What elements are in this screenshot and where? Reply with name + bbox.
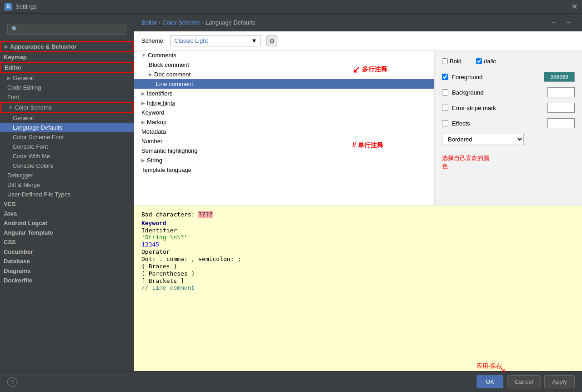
tree-item-identifiers[interactable]: ▶ Identifiers: [134, 89, 434, 98]
italic-label: Italic: [484, 58, 496, 65]
help-button[interactable]: ?: [7, 377, 17, 387]
bold-label: Bold: [450, 58, 462, 65]
tree-item-string[interactable]: ▶ String: [134, 156, 434, 165]
background-color-box[interactable]: [547, 87, 575, 97]
sidebar-item-general[interactable]: ▶ General: [0, 73, 134, 83]
tree-item-inline-hints[interactable]: ▶ Inline hints: [134, 98, 434, 108]
tree-item-label: Semantic highlighting: [141, 147, 198, 154]
sidebar-item-cucumber[interactable]: Cucumber: [0, 247, 134, 256]
sidebar-item-appearance[interactable]: ▶ Appearance & Behavior: [0, 41, 134, 52]
expand-arrow: ▶: [141, 120, 145, 125]
preview-string: 'String \n\?': [141, 234, 575, 241]
sidebar-item-android-logcat[interactable]: Android Logcat: [0, 218, 134, 228]
effects-dropdown[interactable]: Bordered: [442, 134, 524, 145]
breadcrumb-color-scheme[interactable]: Color Scheme: [162, 19, 200, 26]
sidebar-item-user-defined[interactable]: User-Defined File Types: [0, 190, 134, 199]
sidebar-item-editor[interactable]: Editor: [0, 62, 134, 73]
tree-item-markup[interactable]: ▶ Markup: [134, 117, 434, 127]
sidebar-item-code-with-me[interactable]: Code With Me: [0, 151, 134, 161]
apply-button[interactable]: Apply: [544, 375, 575, 388]
sidebar-item-vcs[interactable]: VCS: [0, 199, 134, 209]
breadcrumb-sep2: ›: [202, 19, 204, 26]
operator-text: Operator: [141, 248, 170, 255]
sidebar-item-css[interactable]: CSS: [0, 237, 134, 247]
sidebar-item-diagrams[interactable]: Diagrams: [0, 266, 134, 276]
search-input[interactable]: [7, 24, 126, 35]
preview-bad-chars: Bad characters: ????: [141, 211, 575, 218]
error-stripe-color-box[interactable]: [547, 103, 575, 113]
tree-item-keyword[interactable]: Keyword: [134, 108, 434, 117]
action-buttons: OK Cancel Apply: [477, 375, 575, 388]
sidebar-item-dockerfile[interactable]: Dockerfile: [0, 276, 134, 285]
effects-checkbox[interactable]: [442, 120, 448, 126]
sidebar-item-color-scheme[interactable]: ▼ Color Scheme: [0, 102, 134, 113]
expand-arrow-appearance: ▶: [5, 44, 8, 49]
foreground-row: Foreground 308080: [442, 72, 575, 82]
preview-brackets: [ Brackets ]: [141, 277, 575, 285]
tree-item-metadata[interactable]: Metadata: [134, 127, 434, 136]
sidebar-item-label: General: [13, 75, 34, 81]
scheme-gear-button[interactable]: ⚙: [266, 35, 277, 46]
sidebar-item-label: Diagrams: [4, 267, 30, 274]
preview-dot: Dot: . comma: , semicolon: ;: [141, 256, 575, 263]
tree-item-template-language[interactable]: Template language: [134, 165, 434, 175]
foreground-color-box[interactable]: 308080: [544, 72, 575, 82]
nav-arrows: ← →: [547, 17, 575, 27]
sidebar-item-label: Console Font: [13, 143, 48, 150]
background-checkbox[interactable]: [442, 89, 448, 95]
expand-arrow: ▼: [141, 53, 146, 58]
sidebar-item-database[interactable]: Database: [0, 256, 134, 266]
sidebar-item-label: Dockerfile: [4, 277, 32, 284]
tree-item-semantic-highlighting[interactable]: Semantic highlighting: [134, 146, 434, 156]
settings-window: S Settings ✕ ▶ Appearance & Behavior Key…: [0, 0, 582, 392]
scheme-select[interactable]: Classic Light ▼: [170, 35, 261, 46]
tree-item-comments[interactable]: ▼ Comments: [134, 50, 434, 60]
effects-color-box[interactable]: [547, 118, 575, 128]
sidebar-item-language-defaults[interactable]: Language Defaults: [0, 123, 134, 132]
sidebar-item-label: Font: [7, 94, 19, 101]
italic-checkbox[interactable]: [476, 58, 482, 64]
sidebar-item-angular-template[interactable]: Angular Template: [0, 228, 134, 237]
tree-item-line-comment[interactable]: Line comment: [134, 79, 434, 89]
foreground-checkbox[interactable]: [442, 74, 448, 80]
sidebar-item-font[interactable]: Font: [0, 92, 134, 102]
error-stripe-checkbox[interactable]: [442, 105, 448, 111]
tree-item-label: Identifiers: [147, 90, 172, 97]
background-label: Background: [452, 89, 544, 96]
close-button[interactable]: ✕: [572, 2, 577, 11]
sidebar-item-code-editing[interactable]: Code Editing: [0, 83, 134, 92]
sidebar-item-debugger[interactable]: Debugger: [0, 171, 134, 180]
forward-button[interactable]: →: [562, 17, 575, 27]
bad-chars-label: Bad characters:: [141, 211, 198, 218]
string-text: 'String \n\?': [141, 234, 187, 241]
tree-item-number[interactable]: Number: [134, 136, 434, 146]
tree-item-label: Number: [141, 138, 162, 145]
sidebar-item-console-font[interactable]: Console Font: [0, 142, 134, 151]
tree-item-label: Keyword: [141, 109, 165, 116]
bold-checkbox[interactable]: [442, 58, 448, 64]
sidebar-item-label: User-Defined File Types: [7, 191, 70, 198]
sidebar-item-console-colors[interactable]: Console Colors: [0, 161, 134, 171]
preview-parens: ( Parentheses ): [141, 270, 575, 277]
sidebar-item-keymap[interactable]: Keymap: [0, 52, 134, 62]
tree-item-doc-comment[interactable]: ▶ Doc comment: [134, 70, 434, 79]
sidebar-item-label: Code Editing: [7, 84, 41, 91]
preview-braces: { Braces }: [141, 263, 575, 270]
tree-item-block-comment[interactable]: Block comment: [134, 60, 434, 70]
sidebar-item-diff-merge[interactable]: Diff & Merge: [0, 180, 134, 190]
sidebar-item-label: Color Scheme Font: [13, 134, 64, 141]
sidebar-item-color-scheme-font[interactable]: Color Scheme Font: [0, 132, 134, 142]
sidebar-item-label: Database: [4, 258, 30, 265]
back-button[interactable]: ←: [547, 17, 560, 27]
cancel-button[interactable]: Cancel: [507, 375, 541, 388]
expand-arrow: ▶: [141, 91, 145, 96]
ok-button[interactable]: OK: [477, 375, 503, 388]
dot-text: Dot: . comma: , semicolon: ;: [141, 256, 241, 262]
expand-arrow: ▶: [149, 72, 152, 77]
sidebar-item-cs-general[interactable]: General: [0, 113, 134, 123]
preview-panel: Bad characters: ???? Keyword Identifier …: [134, 205, 582, 371]
sidebar-item-label: Keymap: [4, 54, 27, 60]
breadcrumb-editor[interactable]: Editor: [141, 19, 157, 26]
sidebar-item-java[interactable]: Java: [0, 209, 134, 218]
sidebar-item-label: Console Colors: [13, 162, 53, 169]
